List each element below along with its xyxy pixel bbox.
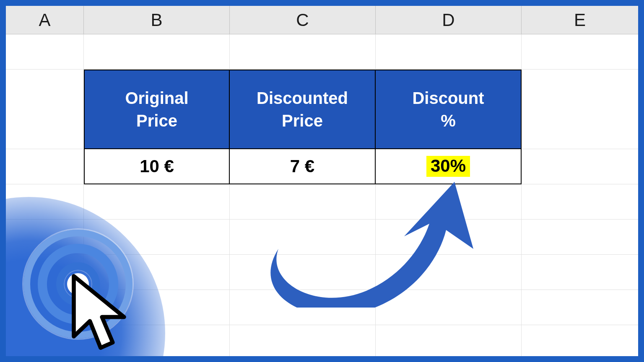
header-discount-percent[interactable]: Discount % [376,70,522,149]
cell-e7[interactable] [522,290,638,325]
cell-c6[interactable] [230,255,376,290]
cell-a4[interactable] [6,184,84,220]
cell-b7[interactable] [84,290,230,325]
spreadsheet-grid: A B C D E Original Price Discounted Pric… [6,6,638,356]
cell-c5[interactable] [230,220,376,255]
cell-b6[interactable] [84,255,230,290]
cell-a5[interactable] [6,220,84,255]
cell-a8[interactable] [6,325,84,360]
row-2: Original Price Discounted Price Discount… [6,70,638,149]
row-1 [6,34,638,70]
row-3: 10 € 7 € 30% [6,149,638,184]
row-8 [6,325,638,360]
header-label: Discount % [412,87,484,132]
cell-e3[interactable] [522,149,638,184]
header-original-price[interactable]: Original Price [84,70,230,149]
header-label: Discounted Price [257,87,348,132]
cell-a7[interactable] [6,290,84,325]
cell-discount-percent[interactable]: 30% [376,149,522,184]
row-5 [6,220,638,255]
cell-e6[interactable] [522,255,638,290]
col-header-a[interactable]: A [6,6,84,34]
cell-d6[interactable] [376,255,522,290]
cell-d4[interactable] [376,184,522,220]
highlighted-value: 30% [426,156,470,177]
cell-e4[interactable] [522,184,638,220]
cell-c7[interactable] [230,290,376,325]
header-label: Original Price [125,87,188,132]
cell-a3[interactable] [6,149,84,184]
cell-d1[interactable] [376,34,522,70]
row-4 [6,184,638,220]
cell-b8[interactable] [84,325,230,360]
cell-d8[interactable] [376,325,522,360]
col-header-d[interactable]: D [376,6,522,34]
cell-b1[interactable] [84,34,230,70]
cell-d5[interactable] [376,220,522,255]
cell-discounted-price[interactable]: 7 € [230,149,376,184]
cell-e2[interactable] [522,70,638,149]
cell-value: 10 € [140,156,174,176]
cell-e8[interactable] [522,325,638,360]
row-6 [6,255,638,290]
cell-b5[interactable] [84,220,230,255]
cell-c4[interactable] [230,184,376,220]
header-discounted-price[interactable]: Discounted Price [230,70,376,149]
cell-e1[interactable] [522,34,638,70]
col-header-e[interactable]: E [522,6,638,34]
cell-a1[interactable] [6,34,84,70]
col-header-b[interactable]: B [84,6,230,34]
cell-a6[interactable] [6,255,84,290]
cell-d7[interactable] [376,290,522,325]
cell-b4[interactable] [84,184,230,220]
cell-a2[interactable] [6,70,84,149]
column-header-row: A B C D E [6,6,638,34]
col-header-c[interactable]: C [230,6,376,34]
cell-original-price[interactable]: 10 € [84,149,230,184]
thumbnail-frame: A B C D E Original Price Discounted Pric… [0,0,644,362]
cell-value: 7 € [290,156,314,176]
cell-c1[interactable] [230,34,376,70]
row-7 [6,290,638,325]
cell-c8[interactable] [230,325,376,360]
cell-e5[interactable] [522,220,638,255]
